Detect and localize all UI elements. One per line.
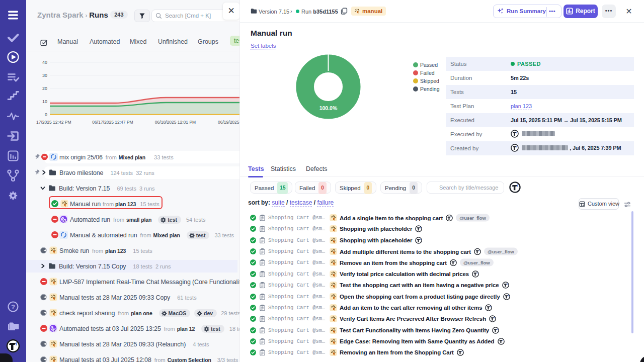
- svg-text:06/18/2025 12:01 PM: 06/18/2025 12:01 PM: [155, 120, 196, 125]
- svg-text:0: 0: [45, 112, 47, 117]
- svg-text:20: 20: [42, 86, 47, 91]
- svg-text:17/2025 12:42 PM: 17/2025 12:42 PM: [36, 120, 71, 125]
- svg-text:100.0%: 100.0%: [319, 105, 338, 111]
- svg-text:06/19/2025: 06/19/2025: [218, 120, 239, 125]
- svg-text:06/17/2025 12:47 PM: 06/17/2025 12:47 PM: [92, 120, 133, 125]
- svg-text:30: 30: [42, 73, 47, 78]
- svg-text:10: 10: [42, 99, 47, 104]
- svg-text:40: 40: [42, 60, 47, 65]
- svg-text:?: ?: [11, 303, 15, 311]
